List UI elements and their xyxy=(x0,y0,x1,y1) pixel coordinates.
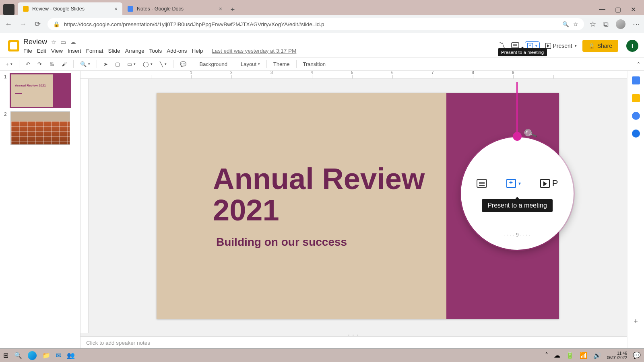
slides-app: Review ☆ ▭ ☁ File Edit View Insert Forma… xyxy=(0,33,644,362)
textbox-tool[interactable]: ▢ xyxy=(113,60,122,68)
menu-file[interactable]: File xyxy=(23,48,32,54)
notifications-icon[interactable]: 💬 xyxy=(633,352,641,359)
image-tool[interactable]: ▭▾ xyxy=(125,60,138,68)
workspace: 1 Annual Review 2021 2 1 2 3 4 xyxy=(0,71,644,362)
menu-tools[interactable]: Tools xyxy=(149,48,162,54)
slide-title[interactable]: Annual Review 2021 xyxy=(213,163,438,226)
print-button[interactable]: 🖶 xyxy=(47,60,57,68)
calendar-icon[interactable] xyxy=(632,76,640,84)
maximize-icon[interactable]: ▢ xyxy=(615,6,621,13)
new-slide-button[interactable]: +▾ xyxy=(3,60,15,68)
edge-icon[interactable] xyxy=(28,351,37,360)
magnifier-callout: ▾ P Present to a meeting · · · · 9 · · ·… xyxy=(461,137,574,250)
close-window-icon[interactable]: ✕ xyxy=(631,6,636,13)
callout-line xyxy=(516,82,518,134)
tray-chevron-icon[interactable]: ˄ xyxy=(545,352,548,359)
onedrive-icon[interactable]: ☁ xyxy=(554,352,560,359)
slides-logo-icon[interactable] xyxy=(6,38,22,54)
slide-subtitle[interactable]: Building on our success xyxy=(213,236,438,249)
system-clock[interactable]: 11:46 06/01/2022 xyxy=(607,351,627,360)
line-tool[interactable]: ╲▾ xyxy=(157,60,169,68)
docs-favicon-icon xyxy=(127,6,134,12)
cloud-icon[interactable]: ☁ xyxy=(70,39,76,46)
slide-thumbnail-1[interactable]: Annual Review 2021 xyxy=(10,74,70,107)
menu-view[interactable]: View xyxy=(51,48,63,54)
menu-edit[interactable]: Edit xyxy=(37,48,46,54)
profile-icon[interactable] xyxy=(616,19,625,29)
url-input[interactable]: 🔒 https://docs.google.com/presentation/d… xyxy=(47,18,584,30)
new-tab-button[interactable]: + xyxy=(227,4,238,15)
app-header: Review ☆ ▭ ☁ File Edit View Insert Forma… xyxy=(0,33,644,57)
chevron-down-icon[interactable]: ▾ xyxy=(575,44,577,48)
search-icon[interactable]: 🔍 xyxy=(14,352,22,359)
collections-icon[interactable]: ⧉ xyxy=(603,20,609,29)
side-panel: + xyxy=(627,71,644,362)
account-avatar[interactable]: I xyxy=(626,40,638,52)
reload-icon[interactable]: ⟳ xyxy=(33,20,42,29)
menu-arrange[interactable]: Arrange xyxy=(125,48,144,54)
tasks-icon[interactable] xyxy=(632,112,640,120)
slides-favicon-icon xyxy=(23,6,29,12)
zoom-button[interactable]: 🔍▾ xyxy=(78,60,93,68)
menu-addons[interactable]: Add-ons xyxy=(167,48,187,54)
start-icon[interactable]: ⊞ xyxy=(3,352,8,359)
star-icon[interactable]: ☆ xyxy=(573,21,578,27)
wifi-icon[interactable]: 📶 xyxy=(580,352,588,359)
battery-icon[interactable]: 🔋 xyxy=(566,352,574,359)
minimize-icon[interactable]: — xyxy=(599,6,605,13)
present-button[interactable]: Present ▾ xyxy=(545,43,576,49)
teams-icon[interactable]: 👥 xyxy=(67,352,75,359)
notes-resize-handle[interactable] xyxy=(80,333,627,336)
chevron-down-icon: ▾ xyxy=(535,44,537,48)
play-icon xyxy=(540,179,550,188)
outlook-icon[interactable]: ✉ xyxy=(56,352,61,359)
menu-format[interactable]: Format xyxy=(86,48,103,54)
slide-thumbnail-2[interactable] xyxy=(10,111,70,145)
slide-panel: 1 Annual Review 2021 2 xyxy=(0,71,80,362)
theme-button[interactable]: Theme xyxy=(271,60,292,68)
calendar-icon[interactable] xyxy=(3,4,14,15)
background-button[interactable]: Background xyxy=(197,60,230,68)
close-icon[interactable]: × xyxy=(114,6,118,12)
slide-stage[interactable]: Annual Review 2021 Building on our succe… xyxy=(89,79,627,333)
add-addon-icon[interactable]: + xyxy=(634,317,638,326)
file-explorer-icon[interactable]: 📁 xyxy=(42,352,50,359)
move-icon[interactable]: ▭ xyxy=(60,39,66,46)
volume-icon[interactable]: 🔊 xyxy=(593,352,601,359)
share-button[interactable]: 🔒 Share xyxy=(582,40,618,52)
undo-button[interactable]: ↶ xyxy=(23,60,33,68)
collapse-toolbar-icon[interactable]: ⌃ xyxy=(636,61,641,67)
favorites-icon[interactable]: ☆ xyxy=(590,20,596,29)
slide-number: 2 xyxy=(4,111,8,145)
callout-dot xyxy=(513,132,522,141)
ruler-vertical xyxy=(80,79,89,333)
tooltip: Present to a meeting xyxy=(498,48,547,56)
document-title[interactable]: Review xyxy=(23,38,47,46)
browser-tab-strip: Review - Google Slides × Notes - Google … xyxy=(0,0,644,15)
browser-tab[interactable]: Notes - Google Docs × xyxy=(122,2,227,15)
back-icon[interactable]: ← xyxy=(4,20,13,29)
tab-title: Notes - Google Docs xyxy=(137,6,216,12)
present-to-meeting-button-zoomed: ▾ xyxy=(506,179,521,188)
ruler-horizontal: 1 2 3 4 5 6 7 8 9 xyxy=(80,71,627,79)
menu-icon[interactable]: ⋯ xyxy=(633,20,640,29)
shape-tool[interactable]: ◯▾ xyxy=(140,60,155,68)
menu-slide[interactable]: Slide xyxy=(108,48,120,54)
star-icon[interactable]: ☆ xyxy=(51,39,56,46)
transition-button[interactable]: Transition xyxy=(301,60,328,68)
select-tool[interactable]: ➤ xyxy=(101,60,110,68)
last-edit-text[interactable]: Last edit was yesterday at 3:17 PM xyxy=(212,48,296,54)
paint-format-button[interactable]: 🖌 xyxy=(59,60,69,68)
tab-title: Review - Google Slides xyxy=(32,6,111,12)
browser-tab-active[interactable]: Review - Google Slides × xyxy=(18,2,122,15)
menu-help[interactable]: Help xyxy=(192,48,203,54)
menu-insert[interactable]: Insert xyxy=(68,48,81,54)
redo-button[interactable]: ↷ xyxy=(35,60,44,68)
comment-tool[interactable]: 💬 xyxy=(178,60,189,68)
search-icon[interactable]: 🔍 xyxy=(562,21,569,27)
close-icon[interactable]: × xyxy=(219,6,222,12)
contacts-icon[interactable] xyxy=(632,130,640,138)
keep-icon[interactable] xyxy=(632,94,640,102)
layout-button[interactable]: Layout▾ xyxy=(238,60,262,68)
speaker-notes[interactable]: Click to add speaker notes xyxy=(80,336,627,350)
